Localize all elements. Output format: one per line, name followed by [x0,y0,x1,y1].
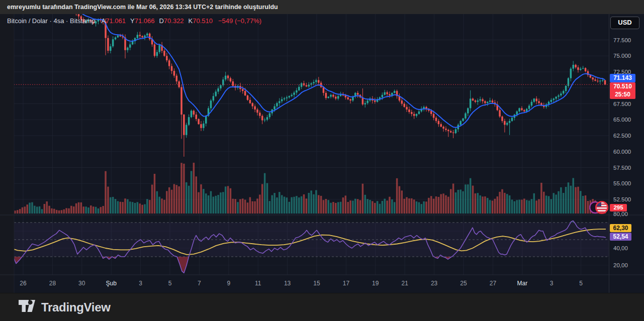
price-axis-label: 52.500 [613,196,631,203]
attribution-bar: emreyumlu tarafından TradingView.com ile… [0,0,644,14]
rsi-ma-badge: 62,30 [610,224,631,232]
low-label: D [159,17,163,25]
time-axis-label: Şub [106,280,117,287]
time-axis-label: 11 [255,280,261,287]
time-axis-label: 5 [579,280,583,287]
price-axis-label: 62.500 [613,132,631,139]
volume-value-badge: 295 [610,204,627,211]
footer-bar: TradingView [0,293,644,321]
time-axis-label: 5 [168,280,172,287]
time-axis-label: 17 [343,280,349,287]
bar-countdown: 25:50 [610,90,635,98]
price-axis-label: 55.000 [613,180,631,187]
chart-canvas[interactable] [0,0,644,321]
attribution-text: emreyumlu tarafından TradingView.com ile… [7,4,278,11]
change-value: −549 (−0,77%) [218,17,261,25]
time-axis-label: 26 [20,280,26,287]
time-axis-label: 3 [550,280,554,287]
time-axis-label: 23 [431,280,437,287]
open-label: A [102,17,106,25]
rsi-axis-label: 20,00 [613,262,628,269]
economic-event-flag-icon[interactable] [589,199,610,218]
symbol-title[interactable]: Bitcoin / Dolar · 4sa · Bitstamp [7,17,96,25]
tradingview-snapshot: emreyumlu tarafından TradingView.com ile… [0,0,644,321]
price-axis-label: 77.500 [613,37,631,44]
open-value: 71.061 [106,17,126,25]
close-label: K [189,17,193,25]
tradingview-logo-icon[interactable] [18,299,36,315]
time-axis-label: 30 [78,280,85,287]
last-price-value: 70.510 [610,82,635,90]
time-axis-label: 27 [490,280,496,287]
symbol-legend[interactable]: Bitcoin / Dolar · 4sa · BitstampA71.061Y… [7,17,261,25]
time-axis-label: 15 [313,280,320,287]
price-axis-label: 65.000 [613,116,631,123]
time-axis-label: 9 [227,280,230,287]
rsi-axis-label: 80,00 [613,210,628,218]
price-axis-label: 75.000 [613,52,631,59]
price-scale[interactable]: USD 77.50075.00072.50067.50065.00062.500… [609,14,644,293]
time-axis-label: 3 [139,280,142,287]
ma-price-badge: 71.143 [610,74,635,82]
time-axis-label: 13 [284,280,291,287]
rsi-value-badge: 52,54 [610,233,631,241]
close-value: 70.510 [193,17,213,25]
price-axis-label: 57.500 [613,164,631,171]
time-axis-label: 19 [372,280,379,287]
time-axis-label: 28 [49,280,56,287]
last-price-badge: 70.510 25:50 [610,82,635,99]
price-axis-label: 67.500 [613,100,631,108]
high-value: 71.066 [135,17,155,25]
currency-button[interactable]: USD [610,17,639,29]
tradingview-logo-text[interactable]: TradingView [41,300,111,314]
time-axis[interactable]: 262830Şub3579111315171921232527Mar35 [0,275,644,293]
time-axis-label: Mar [517,280,527,287]
rsi-axis-label: 40,00 [613,245,628,252]
time-axis-label: 25 [460,280,467,287]
price-axis-label: 60.000 [613,148,631,155]
low-value: 70.322 [164,17,184,25]
us-flag-icon [595,201,608,214]
time-axis-label: 21 [402,280,408,287]
time-axis-label: 7 [198,280,201,287]
high-label: Y [130,17,135,25]
